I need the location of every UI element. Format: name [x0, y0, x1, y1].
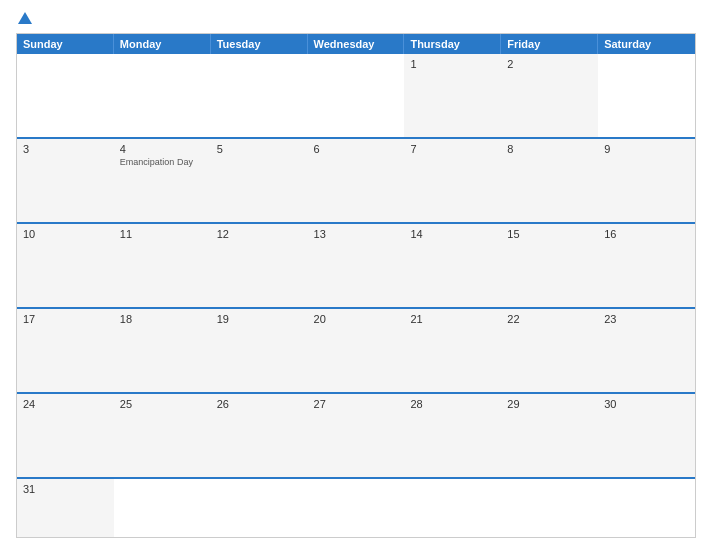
day-cell-2-3: 13	[308, 224, 405, 307]
day-cell-4-0: 24	[17, 394, 114, 477]
week-row-0: 12	[17, 54, 695, 137]
week-row-3: 17181920212223	[17, 307, 695, 392]
day-cell-1-2: 5	[211, 139, 308, 222]
day-cell-2-4: 14	[404, 224, 501, 307]
day-number: 23	[604, 313, 689, 325]
day-number: 9	[604, 143, 689, 155]
day-cell-5-5	[501, 479, 598, 537]
day-cell-5-6	[598, 479, 695, 537]
day-cell-3-5: 22	[501, 309, 598, 392]
day-cell-2-2: 12	[211, 224, 308, 307]
logo	[16, 12, 32, 25]
day-number: 7	[410, 143, 495, 155]
day-number: 6	[314, 143, 399, 155]
day-number: 3	[23, 143, 108, 155]
day-cell-4-3: 27	[308, 394, 405, 477]
day-cell-2-5: 15	[501, 224, 598, 307]
day-number: 22	[507, 313, 592, 325]
day-cell-4-5: 29	[501, 394, 598, 477]
day-cell-4-1: 25	[114, 394, 211, 477]
day-number: 16	[604, 228, 689, 240]
day-cell-5-1	[114, 479, 211, 537]
day-cell-0-1	[114, 54, 211, 137]
page: SundayMondayTuesdayWednesdayThursdayFrid…	[0, 0, 712, 550]
day-cell-1-3: 6	[308, 139, 405, 222]
day-cell-5-4	[404, 479, 501, 537]
day-header-sunday: Sunday	[17, 34, 114, 54]
day-number: 1	[410, 58, 495, 70]
day-cell-4-2: 26	[211, 394, 308, 477]
day-number: 25	[120, 398, 205, 410]
day-cell-0-0	[17, 54, 114, 137]
day-cell-1-0: 3	[17, 139, 114, 222]
header	[16, 12, 696, 25]
weeks-container: 1234Emancipation Day56789101112131415161…	[17, 54, 695, 537]
day-cell-2-6: 16	[598, 224, 695, 307]
week-row-2: 10111213141516	[17, 222, 695, 307]
day-number: 29	[507, 398, 592, 410]
day-cell-1-6: 9	[598, 139, 695, 222]
day-number: 19	[217, 313, 302, 325]
day-number: 5	[217, 143, 302, 155]
day-number: 20	[314, 313, 399, 325]
day-number: 28	[410, 398, 495, 410]
day-cell-0-2	[211, 54, 308, 137]
day-header-saturday: Saturday	[598, 34, 695, 54]
day-cell-3-3: 20	[308, 309, 405, 392]
day-cell-5-0: 31	[17, 479, 114, 537]
day-cell-1-4: 7	[404, 139, 501, 222]
day-number: 13	[314, 228, 399, 240]
day-number: 4	[120, 143, 205, 155]
day-cell-5-2	[211, 479, 308, 537]
day-cell-0-4: 1	[404, 54, 501, 137]
day-headers-row: SundayMondayTuesdayWednesdayThursdayFrid…	[17, 34, 695, 54]
day-cell-0-6	[598, 54, 695, 137]
day-cell-5-3	[308, 479, 405, 537]
day-number: 31	[23, 483, 108, 495]
day-number: 11	[120, 228, 205, 240]
logo-triangle-icon	[18, 12, 32, 24]
day-number: 18	[120, 313, 205, 325]
week-row-1: 34Emancipation Day56789	[17, 137, 695, 222]
day-number: 12	[217, 228, 302, 240]
day-number: 15	[507, 228, 592, 240]
day-cell-2-0: 10	[17, 224, 114, 307]
holiday-label: Emancipation Day	[120, 157, 205, 168]
day-cell-3-4: 21	[404, 309, 501, 392]
day-number: 14	[410, 228, 495, 240]
day-cell-3-2: 19	[211, 309, 308, 392]
day-cell-1-5: 8	[501, 139, 598, 222]
day-cell-4-4: 28	[404, 394, 501, 477]
day-cell-3-1: 18	[114, 309, 211, 392]
day-cell-3-6: 23	[598, 309, 695, 392]
day-cell-2-1: 11	[114, 224, 211, 307]
week-row-4: 24252627282930	[17, 392, 695, 477]
day-number: 27	[314, 398, 399, 410]
day-number: 17	[23, 313, 108, 325]
week-row-5: 31	[17, 477, 695, 537]
day-number: 2	[507, 58, 592, 70]
day-number: 21	[410, 313, 495, 325]
day-header-monday: Monday	[114, 34, 211, 54]
day-cell-3-0: 17	[17, 309, 114, 392]
day-header-thursday: Thursday	[404, 34, 501, 54]
day-number: 8	[507, 143, 592, 155]
day-cell-0-3	[308, 54, 405, 137]
day-number: 30	[604, 398, 689, 410]
day-header-friday: Friday	[501, 34, 598, 54]
day-number: 10	[23, 228, 108, 240]
day-cell-4-6: 30	[598, 394, 695, 477]
day-header-tuesday: Tuesday	[211, 34, 308, 54]
calendar: SundayMondayTuesdayWednesdayThursdayFrid…	[16, 33, 696, 538]
day-cell-1-1: 4Emancipation Day	[114, 139, 211, 222]
day-number: 24	[23, 398, 108, 410]
day-cell-0-5: 2	[501, 54, 598, 137]
day-number: 26	[217, 398, 302, 410]
day-header-wednesday: Wednesday	[308, 34, 405, 54]
